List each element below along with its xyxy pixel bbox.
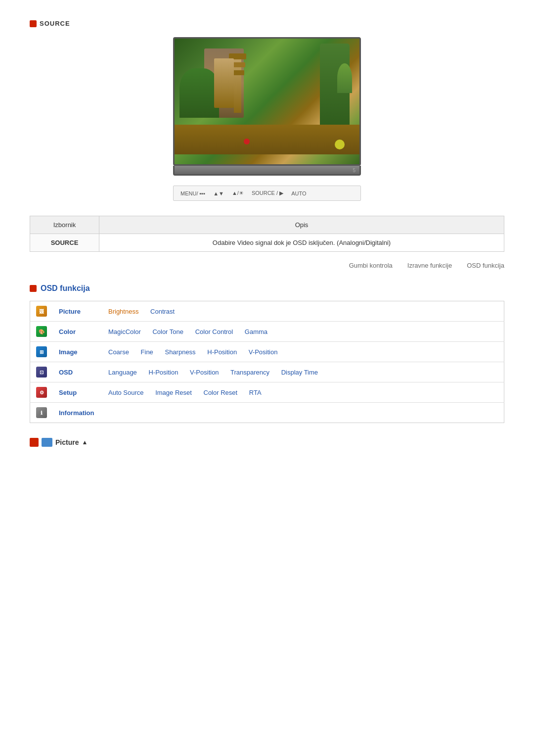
osd-icon-color: 🎨 [30,322,53,342]
osd-category-osd: OSD [53,362,102,382]
osd-link-h-position-img[interactable]: H-Position [207,348,237,356]
osd-link-language[interactable]: Language [108,369,137,376]
info-table: Izbornik Opis SOURCE Odabire Video signa… [30,216,504,252]
osd-link-color-tone[interactable]: Color Tone [152,328,183,335]
osd-icon-image: ⊞ [30,342,53,362]
monitor-container: MENU/ ▪▪▪ ▲▼ ▲/☀ SOURCE / ▶ AUTO [30,37,504,201]
osd-category-information: Information [53,403,102,423]
osd-links-information [102,403,504,423]
bottom-nav-label: Picture [55,438,79,446]
osd-icon-osd: ⊡ [30,362,53,382]
osd-links-osd: Language H-Position V-Position Transpare… [102,362,504,382]
osd-row-setup: ⚙ Setup Auto Source Image Reset Color Re… [30,382,504,403]
nav-link-izravne[interactable]: Izravne funkcije [407,262,452,269]
osd-link-gamma[interactable]: Gamma [245,328,267,335]
osd-link-h-position-osd[interactable]: H-Position [148,369,178,376]
osd-section-title: OSD funkcija [41,284,90,293]
ctrl-brightness: ▲/☀ [232,190,244,196]
osd-links-image: Coarse Fine Sharpness H-Position V-Posit… [102,342,504,362]
ctrl-menu: MENU/ ▪▪▪ [180,190,205,196]
osd-link-brightness[interactable]: Brightness [108,308,138,315]
monitor-screen [173,37,361,166]
source-section-header: SOURCE [30,20,504,27]
osd-link-fine[interactable]: Fine [141,348,153,356]
osd-links-setup: Auto Source Image Reset Color Reset RTA [102,382,504,403]
osd-link-magiccolor[interactable]: MagicColor [108,328,141,335]
table-cell-source: SOURCE [30,234,99,252]
ctrl-arrows: ▲▼ [213,190,224,196]
osd-category-color: Color [53,322,102,342]
osd-link-image-reset[interactable]: Image Reset [155,389,192,396]
control-bar: MENU/ ▪▪▪ ▲▼ ▲/☀ SOURCE / ▶ AUTO [173,186,361,201]
osd-icon-setup: ⚙ [30,382,53,403]
osd-category-image: Image [53,342,102,362]
table-header-opis: Opis [99,216,504,234]
osd-row-information: ℹ Information [30,403,504,423]
osd-link-color-reset[interactable]: Color Reset [204,389,238,396]
source-label: SOURCE [40,20,70,27]
osd-icon-information: ℹ [30,403,53,423]
bottom-nav-arrow: ▲ [82,439,88,446]
bottom-nav-icon-red [30,438,39,447]
osd-link-v-position-img[interactable]: V-Position [249,348,278,356]
osd-link-display-time[interactable]: Display Time [281,369,318,376]
monitor-stand [173,166,361,176]
osd-link-contrast[interactable]: Contrast [150,308,175,315]
osd-link-rta[interactable]: RTA [249,389,262,396]
osd-links-color: MagicColor Color Tone Color Control Gamm… [102,322,504,342]
bottom-nav: Picture ▲ [30,438,504,447]
osd-row-color: 🎨 Color MagicColor Color Tone Color Cont… [30,322,504,342]
osd-row-osd: ⊡ OSD Language H-Position V-Position Tra… [30,362,504,382]
osd-icon-picture: 🖼 [30,301,53,322]
nav-links: Gumbi kontrola Izravne funkcije OSD funk… [30,262,504,269]
osd-row-image: ⊞ Image Coarse Fine Sharpness H-Position… [30,342,504,362]
osd-row-picture: 🖼 Picture Brightness Contrast [30,301,504,322]
osd-section-header: OSD funkcija [30,284,504,293]
ctrl-source: SOURCE / ▶ [252,190,283,196]
osd-link-coarse[interactable]: Coarse [108,348,129,356]
osd-links-picture: Brightness Contrast [102,301,504,322]
osd-category-picture: Picture [53,301,102,322]
osd-section-icon [30,285,37,292]
osd-category-setup: Setup [53,382,102,403]
osd-table: 🖼 Picture Brightness Contrast 🎨 Color Ma… [30,301,504,423]
osd-link-v-position-osd[interactable]: V-Position [190,369,219,376]
table-header-izbornik: Izbornik [30,216,99,234]
nav-link-osd[interactable]: OSD funkcija [467,262,504,269]
osd-link-auto-source[interactable]: Auto Source [108,389,144,396]
osd-link-transparency[interactable]: Transparency [230,369,269,376]
osd-link-color-control[interactable]: Color Control [195,328,233,335]
table-cell-description: Odabire Video signal dok je OSD isključe… [99,234,504,252]
table-row: SOURCE Odabire Video signal dok je OSD i… [30,234,504,252]
ctrl-auto: AUTO [291,190,306,196]
bottom-nav-icon-blue [42,438,52,447]
source-icon [30,20,37,27]
nav-link-gumbi[interactable]: Gumbi kontrola [349,262,393,269]
osd-link-sharpness[interactable]: Sharpness [165,348,195,356]
